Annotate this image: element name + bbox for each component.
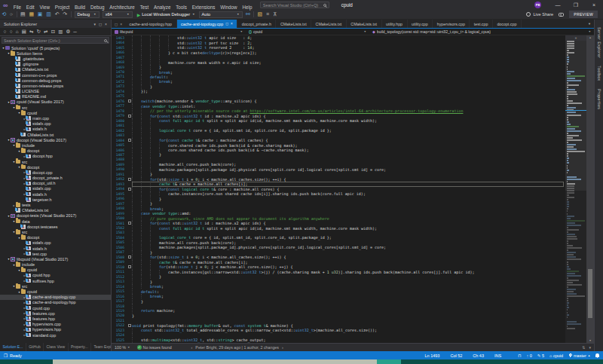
- tree-item[interactable]: ▸standard.cpp: [0, 332, 111, 338]
- next-change-icon[interactable]: ›: [282, 345, 283, 350]
- menu-item-extensions[interactable]: Extensions: [189, 5, 218, 10]
- tree-item[interactable]: ▾cpuid (Visual Studio 2017): [0, 99, 111, 105]
- menu-item-debug[interactable]: Debug: [88, 5, 107, 10]
- tabstrip-close-icon[interactable]: ×: [120, 22, 122, 26]
- user-avatar[interactable]: PB: [534, 2, 541, 8]
- tree-item[interactable]: CMakeLists.txt: [0, 208, 111, 213]
- navigate-back-icon[interactable]: ⟲: [0, 10, 8, 19]
- panel-tab-class-view[interactable]: Class View: [44, 343, 68, 351]
- forward-icon[interactable]: ○: [8, 28, 14, 35]
- fold-marker-icon[interactable]: [127, 222, 132, 225]
- scroll-up-icon[interactable]: ▲: [586, 36, 594, 39]
- close-button[interactable]: ×: [585, 0, 603, 10]
- outgoing-commits[interactable]: ↑ 0: [526, 353, 531, 358]
- tree-item[interactable]: ▸features.cpp: [0, 310, 111, 316]
- fold-marker-icon[interactable]: [127, 255, 132, 258]
- tab-pin-icon[interactable]: ◻: [225, 22, 228, 26]
- tree-item[interactable]: CMakeLists.txt: [0, 132, 111, 137]
- tab-close-icon[interactable]: ×: [231, 22, 233, 26]
- task-list-icon[interactable]: ⊓: [518, 353, 521, 358]
- tree-item[interactable]: ▾src: [0, 283, 111, 289]
- find-in-files-icon[interactable]: ▧: [256, 10, 264, 19]
- minimize-button[interactable]: —: [549, 0, 567, 10]
- bookmark-icon[interactable]: ⊼: [271, 10, 279, 19]
- menu-item-file[interactable]: File: [11, 5, 23, 10]
- scroll-down-icon[interactable]: ▼: [586, 339, 594, 342]
- tree-item[interactable]: ▸docopt.cpp: [0, 170, 111, 175]
- menu-item-test[interactable]: Test: [137, 5, 151, 10]
- minimap[interactable]: +: [565, 35, 586, 343]
- insert-mode-indicator[interactable]: INS: [494, 353, 501, 358]
- properties-icon[interactable]: ⚙: [65, 28, 72, 35]
- tab-overflow-icon[interactable]: ▼: [585, 22, 594, 26]
- hyperlink[interactable]: https://software.intel.com/en-us/article…: [249, 109, 463, 113]
- window-position-icon[interactable]: ▾: [93, 22, 96, 26]
- side-tab-server-explorer[interactable]: Server Explorer: [597, 27, 601, 58]
- back-icon[interactable]: ○: [2, 28, 8, 35]
- breadcrumb-project-dropdown[interactable]: libcpuid▼: [112, 29, 246, 35]
- fold-marker-icon[interactable]: [127, 178, 132, 181]
- menu-item-edit[interactable]: Edit: [23, 5, 37, 10]
- minus-icon[interactable]: ─: [72, 28, 78, 35]
- fold-marker-icon[interactable]: [127, 324, 132, 327]
- fold-marker-icon[interactable]: [127, 139, 132, 142]
- side-tab-toolbox[interactable]: Toolbox: [597, 66, 601, 81]
- refresh-icon[interactable]: ↻: [35, 28, 42, 35]
- menu-item-tools[interactable]: Tools: [173, 5, 189, 10]
- panel-tab-solution-e-[interactable]: Solution E...: [0, 343, 26, 351]
- tree-item[interactable]: ▾cpuid: [0, 110, 111, 115]
- tree-item[interactable]: ▸cache-and-topology.cpp: [0, 295, 111, 300]
- tree-item[interactable]: ▸stdafx.h: [0, 127, 111, 132]
- character-indicator[interactable]: Ch 43: [473, 353, 484, 358]
- feedback-icon[interactable]: [559, 13, 564, 17]
- menu-item-build[interactable]: Build: [72, 5, 88, 10]
- pending-edits[interactable]: ✎ 5: [537, 353, 544, 358]
- panel-tab-team-expl-[interactable]: Team Expl...: [91, 343, 112, 351]
- code-lines[interactable]: 1463std::uint32_t apic_id_size : 4;1464s…: [112, 35, 564, 343]
- tree-item[interactable]: README.md: [0, 94, 111, 99]
- tree-item[interactable]: ▸docopt_private.h: [0, 176, 111, 181]
- tree-item[interactable]: .gitignore: [0, 62, 111, 67]
- expand-icon[interactable]: ⇅: [582, 345, 585, 350]
- solution-search-input[interactable]: Search Solution Explorer (Ctrl+;): [2, 37, 109, 44]
- split-window-handle[interactable]: +: [565, 35, 586, 41]
- tree-item[interactable]: ▸cache-and-topology.hpp: [0, 300, 111, 305]
- editor-tab[interactable]: cache-and-topology.hpp: [125, 20, 176, 28]
- menu-item-help[interactable]: Help: [240, 5, 255, 10]
- editor-tab[interactable]: hypervisors.cpp: [433, 20, 470, 28]
- panel-tab-property-[interactable]: Property...: [69, 343, 91, 351]
- run-target-label[interactable]: Local Windows Debugger: [142, 12, 190, 17]
- code-editor[interactable]: 1463std::uint32_t apic_id_size : 4;1464s…: [112, 35, 594, 343]
- editor-tab[interactable]: docopt_private.h: [237, 20, 276, 28]
- editor-tab[interactable]: CMakeLists.txt: [311, 20, 347, 28]
- tree-item[interactable]: ▸stdafx.h: [0, 246, 111, 251]
- tree-item[interactable]: ▸stdafx.h: [0, 191, 111, 197]
- tree-item[interactable]: ▸docopt_util.h: [0, 181, 111, 186]
- notifications-bell-icon[interactable]: [595, 353, 599, 356]
- switch-views-icon[interactable]: ▤: [20, 28, 27, 35]
- platform-select[interactable]: x64▼: [103, 11, 133, 18]
- options-icon[interactable]: ▾: [589, 345, 591, 350]
- maximize-button[interactable]: ❐: [567, 0, 585, 10]
- tree-item[interactable]: ▸test.cpp: [0, 251, 111, 256]
- tree-item[interactable]: ▾include: [0, 262, 111, 268]
- quick-search-input[interactable]: Search Visual Studio (Ctrl+Q): [260, 2, 329, 8]
- show-all-files-icon[interactable]: ▥: [57, 28, 64, 35]
- start-debugging-icon[interactable]: ▶: [137, 12, 141, 17]
- minimap-viewport[interactable]: [565, 41, 586, 191]
- collapse-all-icon[interactable]: ⊡: [50, 28, 57, 35]
- tree-item[interactable]: ▾docopt: [0, 164, 111, 170]
- fold-marker-icon[interactable]: [127, 115, 132, 118]
- solution-explorer-header[interactable]: Solution Explorer ▾ ◻ ×: [0, 20, 111, 28]
- menu-item-analyze[interactable]: Analyze: [152, 5, 173, 10]
- tree-item[interactable]: ▾src: [0, 229, 111, 234]
- menu-item-window[interactable]: Window: [218, 5, 240, 10]
- close-panel-icon[interactable]: ×: [105, 22, 107, 26]
- tree-item[interactable]: ▸cpuid.cpp: [0, 305, 111, 310]
- panel-tab-github[interactable]: GitHub: [26, 343, 44, 351]
- editor-tab[interactable]: docopt.cpp: [493, 20, 522, 28]
- branch-indicator[interactable]: master ▲: [568, 353, 590, 358]
- tree-item[interactable]: ▾include: [0, 142, 111, 148]
- column-indicator[interactable]: Col 52: [450, 353, 462, 358]
- tree-item[interactable]: stdafx.cpp: [0, 240, 111, 246]
